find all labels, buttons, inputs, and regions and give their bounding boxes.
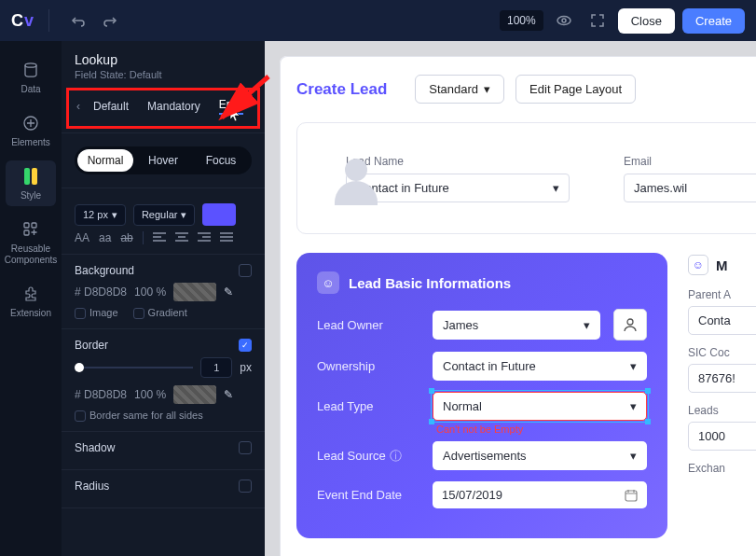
zoom-level[interactable]: 100% <box>500 10 543 31</box>
chevron-down-icon: ▾ <box>553 181 559 195</box>
lead-name-label: Lead Name <box>346 155 570 168</box>
svg-point-1 <box>562 19 566 22</box>
preview-icon[interactable] <box>551 7 577 34</box>
ownership-label: Ownership <box>317 359 419 373</box>
calendar-icon <box>625 489 638 502</box>
tab-default[interactable]: Default <box>84 96 138 117</box>
leads-label: Leads <box>688 404 756 417</box>
close-button[interactable]: Close <box>618 8 675 34</box>
side-rail: Data Elements Style Reusable Components <box>0 41 62 556</box>
components-icon <box>21 219 41 240</box>
rail-label: Style <box>21 190 41 201</box>
edit-layout-button[interactable]: Edit Page Layout <box>515 75 636 104</box>
tab-error[interactable]: Error <box>210 94 254 118</box>
eyedropper-icon[interactable]: ✎ <box>224 285 233 299</box>
chevron-down-icon: ▾ <box>630 359 637 373</box>
chevron-down-icon: ▾ <box>484 82 490 96</box>
side-title: M <box>716 257 728 273</box>
person-icon: ☺ <box>317 271 339 294</box>
event-end-label: Event End Date <box>317 488 419 502</box>
bg-gradient-option[interactable]: Gradient <box>133 307 187 319</box>
rail-style[interactable]: Style <box>6 160 56 206</box>
rail-label: Components <box>5 255 58 265</box>
standard-dropdown[interactable]: Standard▾ <box>415 75 504 104</box>
svg-rect-4 <box>24 223 29 228</box>
redo-icon[interactable] <box>98 7 124 34</box>
chevron-down-icon: ▾ <box>630 399 637 413</box>
event-end-date[interactable]: 15/07/2019 <box>433 481 647 508</box>
field-state-tabs: ‹ Default Mandatory Error <box>66 88 260 129</box>
pill-normal[interactable]: Normal <box>77 149 133 172</box>
chevron-left-icon[interactable]: ‹ <box>76 100 80 113</box>
rail-elements[interactable]: Elements <box>6 107 56 153</box>
color-swatch[interactable] <box>202 203 236 226</box>
radius-toggle[interactable] <box>239 480 252 493</box>
ownership-select[interactable]: Contact in Future▾ <box>433 352 647 381</box>
pill-hover[interactable]: Hover <box>135 149 191 172</box>
bg-title: Background <box>75 264 134 277</box>
parent-label: Parent A <box>688 288 756 301</box>
border-hex[interactable]: # D8D8D8 <box>75 388 127 401</box>
divider <box>48 9 49 32</box>
font-size-dropdown[interactable]: 12 px▾ <box>75 204 126 226</box>
chevron-down-icon: ▾ <box>584 318 590 332</box>
bg-preview[interactable] <box>173 283 216 301</box>
lead-basic-card: ☺ Lead Basic Informations Lead Owner Jam… <box>296 253 667 538</box>
create-button[interactable]: Create <box>682 8 745 34</box>
uppercase-icon[interactable]: AA <box>75 231 89 244</box>
lead-type-label: Lead Type <box>317 399 419 413</box>
fullscreen-icon[interactable] <box>584 7 611 34</box>
lead-owner-select[interactable]: James▾ <box>433 311 600 340</box>
border-same-option[interactable]: Border same for all sides <box>75 410 203 422</box>
radius-title: Radius <box>75 480 109 493</box>
tab-mandatory[interactable]: Mandatory <box>138 96 210 117</box>
undo-icon[interactable] <box>64 7 90 34</box>
leads-input[interactable]: 1000 <box>688 422 756 451</box>
strikethrough-icon[interactable]: ab <box>120 231 132 244</box>
svg-rect-8 <box>625 491 637 501</box>
page-title: Create Lead <box>296 80 387 99</box>
bg-toggle[interactable] <box>239 264 252 277</box>
unit-label: px <box>240 361 252 374</box>
lead-owner-label: Lead Owner <box>317 318 419 332</box>
font-weight-dropdown[interactable]: Regular▾ <box>133 204 196 226</box>
user-lookup-button[interactable] <box>613 309 647 341</box>
lead-type-select[interactable]: Normal▾ <box>433 392 647 421</box>
lead-name-select[interactable]: Contact in Future▾ <box>346 174 570 202</box>
lead-source-select[interactable]: Advertisements▾ <box>433 441 647 470</box>
database-icon <box>21 60 41 80</box>
field-state-label: Field State: Default <box>75 69 252 80</box>
app-root: Cv 100% Close Create Data <box>0 0 756 556</box>
border-preview[interactable] <box>173 385 216 404</box>
align-left-icon[interactable] <box>153 232 166 243</box>
pill-focus[interactable]: Focus <box>193 149 249 172</box>
parent-select[interactable]: Conta <box>688 306 756 335</box>
info-icon[interactable]: ⓘ <box>390 448 402 465</box>
bg-hex[interactable]: # D8D8D8 <box>75 285 127 299</box>
border-width-slider[interactable] <box>75 367 193 368</box>
align-right-icon[interactable] <box>198 232 211 243</box>
bg-image-option[interactable]: Image <box>75 307 118 319</box>
page-canvas: Create Lead Standard▾ Edit Page Layout L… <box>280 56 756 556</box>
sic-label: SIC Coc <box>688 346 756 359</box>
email-field[interactable]: James.wil <box>624 174 756 202</box>
align-justify-icon[interactable] <box>220 232 233 243</box>
plus-circle-icon <box>21 113 41 133</box>
bg-opacity[interactable]: 100 % <box>134 285 166 299</box>
align-center-icon[interactable] <box>175 232 188 243</box>
rail-label: Elements <box>11 137 50 147</box>
rail-label: Data <box>21 84 40 94</box>
sic-input[interactable]: 87676! <box>688 364 756 393</box>
rail-data[interactable]: Data <box>6 54 56 100</box>
person-icon: ☺ <box>688 255 708 275</box>
border-width-value[interactable]: 1 <box>200 357 232 378</box>
shadow-toggle[interactable] <box>239 441 252 454</box>
lowercase-icon[interactable]: aa <box>99 231 111 244</box>
canvas-area: Create Lead Standard▾ Edit Page Layout L… <box>265 41 756 556</box>
border-opacity[interactable]: 100 % <box>134 388 166 401</box>
eyedropper-icon[interactable]: ✎ <box>224 388 233 401</box>
rail-extension[interactable]: Extension <box>6 278 56 324</box>
inspector-panel: Lookup Field State: Default ‹ Default Ma… <box>62 41 265 556</box>
border-toggle[interactable]: ✓ <box>239 339 252 352</box>
rail-components[interactable]: Reusable Components <box>6 214 56 271</box>
